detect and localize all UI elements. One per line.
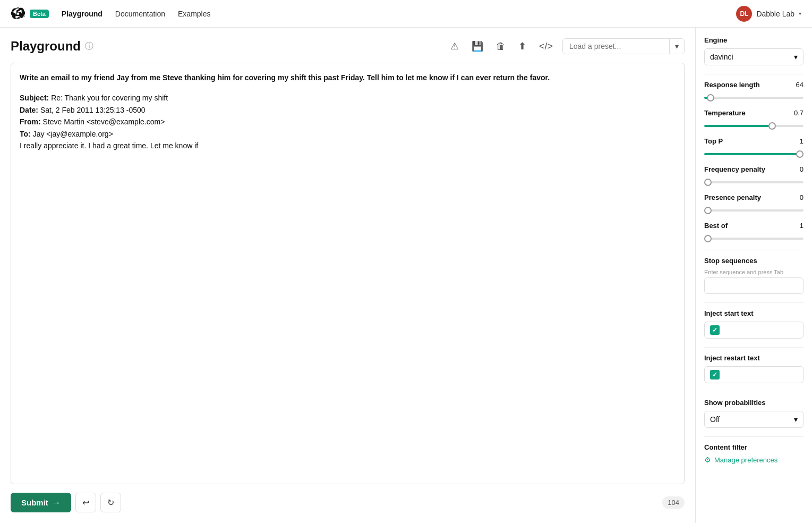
inject-start-label: Inject start text	[704, 309, 804, 317]
show-probabilities-label: Show probabilities	[704, 399, 804, 407]
token-count: 104	[662, 496, 685, 509]
inject-start-row	[704, 322, 804, 339]
response-length-value: 64	[796, 81, 804, 89]
content-filter-section: Content filter ⚙ Manage preferences	[704, 443, 804, 464]
presence-penalty-slider-container	[704, 205, 804, 213]
warning-button[interactable]: ⚠	[447, 38, 462, 54]
inject-restart-section: Inject restart text	[704, 354, 804, 383]
divider-5	[704, 392, 804, 392]
presence-penalty-slider[interactable]	[704, 209, 804, 212]
submit-button[interactable]: Submit →	[11, 493, 71, 512]
engine-label: Engine	[704, 36, 804, 44]
submit-label: Submit	[21, 498, 48, 507]
response-length-section: Response length 64	[704, 81, 804, 100]
manage-preferences-link[interactable]: ⚙ Manage preferences	[704, 455, 804, 464]
divider-3	[704, 302, 804, 303]
code-button[interactable]: </>	[536, 39, 556, 54]
top-p-slider[interactable]	[704, 153, 804, 155]
save-button[interactable]: 💾	[468, 38, 486, 54]
info-icon[interactable]: ⓘ	[85, 41, 93, 52]
top-p-value: 1	[800, 137, 804, 145]
share-button[interactable]: ⬆	[515, 38, 529, 54]
logo: Beta	[11, 6, 49, 21]
email-body-line: I really appreciate it. I had a great ti…	[20, 140, 676, 151]
nav-user[interactable]: DL Dabble Lab ▾	[736, 6, 801, 22]
best-of-row: Best of 1	[704, 222, 804, 230]
response-length-slider[interactable]	[704, 97, 804, 99]
temperature-slider-container	[704, 120, 804, 129]
freq-penalty-slider-container	[704, 176, 804, 185]
best-of-slider[interactable]	[704, 238, 804, 240]
show-probabilities-dropdown[interactable]: Off ▾	[704, 411, 804, 428]
divider-1	[704, 74, 804, 74]
best-of-slider-container	[704, 233, 804, 241]
email-date-line: Date: Sat, 2 Feb 2011 13:25:13 -0500	[20, 104, 676, 116]
freq-penalty-value: 0	[800, 165, 804, 173]
gear-icon: ⚙	[704, 455, 711, 464]
freq-penalty-slider[interactable]	[704, 181, 804, 183]
presence-penalty-row: Presence penalty 0	[704, 193, 804, 201]
from-label: From:	[20, 117, 41, 126]
response-length-label: Response length	[704, 81, 760, 89]
nav-documentation[interactable]: Documentation	[115, 10, 165, 18]
freq-penalty-row: Frequency penalty 0	[704, 165, 804, 173]
top-p-row: Top P 1	[704, 137, 804, 145]
temperature-section: Temperature 0.7	[704, 109, 804, 129]
engine-dropdown[interactable]: davinci ▾	[704, 48, 804, 65]
presence-penalty-value: 0	[800, 193, 804, 201]
engine-chevron-icon: ▾	[794, 53, 798, 61]
date-label: Date:	[20, 106, 38, 114]
top-p-label: Top P	[704, 137, 723, 145]
engine-value: davinci	[710, 53, 733, 61]
content-filter-label: Content filter	[704, 443, 804, 451]
nav-playground[interactable]: Playground	[62, 10, 102, 18]
presence-penalty-label: Presence penalty	[704, 193, 761, 201]
temperature-value: 0.7	[794, 109, 804, 117]
best-of-label: Best of	[704, 222, 728, 230]
response-length-slider-container	[704, 92, 804, 100]
subject-label: Subject:	[20, 94, 49, 102]
stop-sequences-section: Stop sequences Enter sequence and press …	[704, 257, 804, 294]
submit-arrow-icon: →	[53, 498, 61, 507]
stop-sequences-input[interactable]	[704, 277, 804, 294]
preset-chevron-icon[interactable]: ▾	[669, 39, 684, 54]
page-title: Playground	[11, 39, 81, 54]
undo-button[interactable]: ↩	[75, 493, 96, 512]
prob-chevron-icon: ▾	[794, 415, 798, 424]
presence-penalty-section: Presence penalty 0	[704, 193, 804, 213]
best-of-value: 1	[800, 222, 804, 230]
top-p-slider-container	[704, 148, 804, 157]
show-probabilities-value: Off	[710, 415, 720, 424]
preset-input[interactable]	[563, 39, 669, 54]
temperature-label: Temperature	[704, 109, 746, 117]
inject-restart-checkbox[interactable]	[710, 370, 720, 379]
prompt-content: Write an email to my friend Jay from me …	[20, 72, 676, 151]
page-header: Playground ⓘ ⚠ 💾 🗑 ⬆ </> ▾	[11, 38, 685, 54]
show-probabilities-section: Show probabilities Off ▾	[704, 399, 804, 428]
best-of-section: Best of 1	[704, 222, 804, 241]
manage-preferences-label: Manage preferences	[714, 456, 777, 464]
nav-examples[interactable]: Examples	[178, 10, 210, 18]
stop-sequences-hint: Enter sequence and press Tab	[704, 269, 804, 275]
inject-start-section: Inject start text	[704, 309, 804, 339]
top-p-section: Top P 1	[704, 137, 804, 157]
username-label: Dabble Lab	[756, 10, 794, 18]
top-nav: Beta Playground Documentation Examples D…	[0, 0, 812, 28]
temperature-row: Temperature 0.7	[704, 109, 804, 117]
openai-logo	[11, 6, 25, 21]
delete-button[interactable]: 🗑	[493, 39, 509, 54]
avatar: DL	[736, 6, 752, 22]
redo-icon: ↻	[107, 498, 114, 507]
divider-2	[704, 250, 804, 250]
left-content: Playground ⓘ ⚠ 💾 🗑 ⬆ </> ▾ Write an emai…	[0, 28, 695, 523]
temperature-slider[interactable]	[704, 125, 804, 127]
email-to-line: To: Jay <jay@example.org>	[20, 128, 676, 140]
divider-4	[704, 347, 804, 348]
undo-icon: ↩	[82, 498, 89, 507]
to-value: Jay <jay@example.org>	[33, 130, 113, 138]
prompt-area[interactable]: Write an email to my friend Jay from me …	[11, 63, 685, 484]
inject-start-checkbox[interactable]	[710, 325, 720, 335]
to-label: To:	[20, 130, 31, 138]
right-sidebar: Engine davinci ▾ Response length 64 Temp…	[695, 28, 812, 523]
redo-button[interactable]: ↻	[100, 493, 121, 512]
